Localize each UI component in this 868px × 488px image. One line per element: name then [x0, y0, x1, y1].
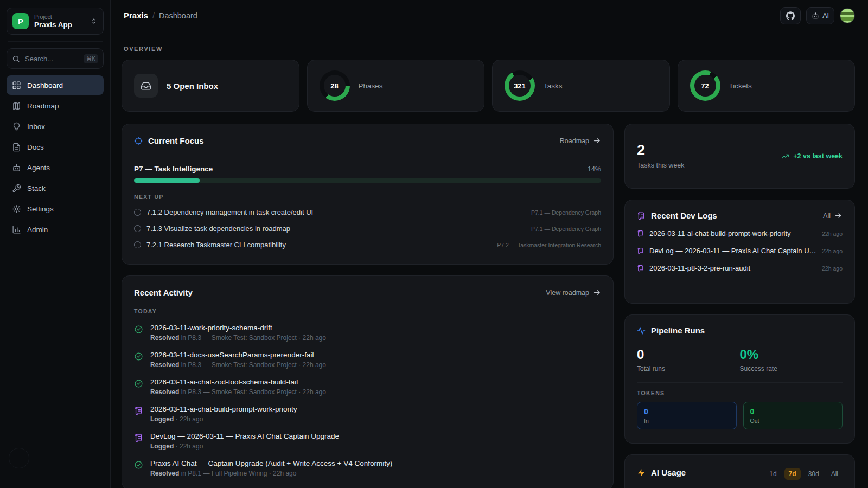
sidebar-item-dashboard[interactable]: Dashboard — [7, 75, 104, 95]
roadmap-link-label: Roadmap — [560, 137, 589, 145]
pipeline-success-label: Success rate — [740, 365, 843, 373]
sidebar-item-label: Admin — [27, 226, 48, 234]
focus-phase-percent: 14% — [588, 165, 601, 173]
activity-item[interactable]: 2026-03-11-ai-chat-build-prompt-work-pri… — [134, 405, 601, 423]
activity-item[interactable]: 2026-03-11-docs-useSearchParams-prerende… — [134, 351, 601, 369]
search-placeholder: Search... — [25, 55, 79, 63]
phases-stat-card[interactable]: 28 Phases — [307, 60, 485, 112]
check-circle-icon — [134, 379, 143, 396]
range-chip-1d[interactable]: 1d — [765, 468, 781, 480]
user-avatar[interactable] — [840, 8, 855, 23]
pipeline-total-label: Total runs — [637, 365, 740, 373]
next-up-tag: P7.1 — Dependency Graph — [531, 226, 601, 232]
tasks-stat-card[interactable]: 321 Tasks — [492, 60, 670, 112]
range-chip-all[interactable]: All — [827, 468, 843, 480]
activity-meta: in P8.3 — Smoke Test: Sandbox Project · … — [179, 388, 326, 396]
range-chip-30d[interactable]: 30d — [804, 468, 824, 480]
activity-pulse-icon — [637, 326, 646, 335]
range-chip-7d[interactable]: 7d — [784, 468, 801, 480]
project-name: Praxis App — [34, 21, 85, 29]
inbox-stat-title: 5 Open Inbox — [167, 81, 218, 91]
tickets-count: 72 — [694, 75, 716, 97]
next-up-tag: P7.1 — Dependency Graph — [531, 209, 601, 216]
sidebar: P Project Praxis App Search... ⌘K Dashbo… — [0, 0, 111, 488]
tickets-stat-card[interactable]: 72 Tickets — [678, 60, 856, 112]
lightning-icon — [637, 468, 646, 477]
sidebar-item-agents[interactable]: Agents — [7, 158, 104, 177]
tasks-week-card: 2 Tasks this week +2 vs last week — [624, 124, 855, 189]
tasks-label: Tasks — [544, 82, 563, 90]
sidebar-item-label: Agents — [27, 164, 50, 172]
focus-progress-fill — [134, 178, 200, 183]
sidebar-item-stack[interactable]: Stack — [7, 178, 104, 198]
roadmap-link[interactable]: Roadmap — [560, 137, 601, 145]
activity-item[interactable]: 2026-03-11-ai-chat-zod-tool-schema-build… — [134, 378, 601, 396]
sidebar-item-settings[interactable]: Settings — [7, 199, 104, 219]
next-up-title: 7.1.2 Dependency management in task crea… — [146, 208, 526, 216]
activity-item[interactable]: DevLog — 2026-03-11 — Praxis AI Chat Cap… — [134, 432, 601, 450]
focus-progress-bar — [134, 178, 601, 183]
github-button[interactable] — [780, 7, 801, 24]
focus-phase-name: P7 — Task Intelligence — [134, 165, 213, 173]
activity-status: Logged — [150, 415, 174, 423]
tokens-in-label: In — [644, 418, 730, 424]
scroll-icon — [637, 247, 644, 254]
sidebar-item-inbox[interactable]: Inbox — [7, 117, 104, 136]
activity-meta: in P8.1 — Full Pipeline Wiring · 22h ago — [179, 470, 296, 477]
main-area: Praxis / Dashboard AI OVERVIEW — [111, 0, 868, 488]
next-up-label: NEXT UP — [134, 194, 601, 200]
arrow-right-icon — [593, 137, 601, 145]
next-up-item[interactable]: 7.1.3 Visualize task dependencies in roa… — [134, 224, 601, 233]
ai-button-label: AI — [822, 12, 829, 20]
project-selector[interactable]: P Project Praxis App — [7, 8, 104, 35]
dev-log-title: 2026-03-11-p8-3-2-pre-run-audit — [649, 264, 816, 272]
next-up-title: 7.2.1 Research Taskmaster CLI compatibil… — [146, 241, 492, 249]
sidebar-item-roadmap[interactable]: Roadmap — [7, 96, 104, 115]
ai-button[interactable]: AI — [806, 7, 834, 24]
dev-log-title: 2026-03-11-ai-chat-build-prompt-work-pri… — [649, 229, 816, 237]
check-circle-icon — [134, 352, 143, 369]
sidebar-item-docs[interactable]: Docs — [7, 137, 104, 157]
trending-up-icon — [781, 152, 789, 160]
pipeline-total-value: 0 — [637, 348, 740, 361]
tokens-out-value: 0 — [750, 407, 836, 416]
dev-log-item[interactable]: 2026-03-11-ai-chat-build-prompt-work-pri… — [637, 229, 843, 237]
wrench-icon — [12, 184, 21, 193]
activity-status: Resolved — [150, 361, 179, 369]
view-roadmap-link[interactable]: View roadmap — [546, 288, 601, 297]
target-icon — [134, 137, 143, 145]
breadcrumb-project[interactable]: Praxis — [124, 11, 148, 20]
pipeline-success-value: 0% — [740, 348, 843, 361]
dev-log-item[interactable]: 2026-03-11-p8-3-2-pre-run-audit 22h ago — [637, 264, 843, 272]
activity-title: Praxis AI Chat — Captain Upgrade (Audit … — [150, 459, 392, 467]
search-input[interactable]: Search... ⌘K — [7, 48, 104, 69]
tokens-out-box: 0 Out — [743, 402, 843, 429]
activity-title: 2026-03-11-ai-chat-zod-tool-schema-build… — [150, 378, 326, 386]
inbox-stat-card[interactable]: 5 Open Inbox — [122, 60, 299, 112]
next-up-item[interactable]: 7.1.2 Dependency management in task crea… — [134, 208, 601, 216]
inbox-tray-icon — [134, 74, 158, 98]
activity-status: Logged — [150, 442, 174, 450]
content: OVERVIEW 5 Open Inbox 28 Phases 321 Task… — [111, 31, 868, 488]
tasks-count: 321 — [509, 75, 531, 97]
next-up-title: 7.1.3 Visualize task dependencies in roa… — [146, 224, 526, 233]
dev-log-item[interactable]: DevLog — 2026-03-11 — Praxis AI Chat Cap… — [637, 247, 843, 255]
github-icon — [786, 11, 795, 20]
activity-status: Resolved — [150, 388, 179, 396]
tasks-week-value: 2 — [637, 143, 685, 158]
view-roadmap-label: View roadmap — [546, 289, 589, 297]
activity-status: Resolved — [150, 470, 179, 477]
scroll-icon — [637, 211, 646, 220]
scroll-icon — [134, 433, 143, 450]
current-focus-title: Current Focus — [148, 136, 204, 145]
next-up-tag: P7.2 — Taskmaster Integration Research — [497, 242, 601, 248]
dev-logs-all-label: All — [823, 212, 831, 220]
sidebar-item-label: Stack — [27, 184, 46, 192]
dev-logs-all-link[interactable]: All — [823, 211, 843, 220]
activity-item[interactable]: 2026-03-11-work-priority-schema-drift Re… — [134, 324, 601, 342]
search-icon — [12, 55, 20, 63]
activity-status: Resolved — [150, 334, 179, 342]
sidebar-item-admin[interactable]: Admin — [7, 220, 104, 239]
next-up-item[interactable]: 7.2.1 Research Taskmaster CLI compatibil… — [134, 241, 601, 249]
activity-item[interactable]: Praxis AI Chat — Captain Upgrade (Audit … — [134, 459, 601, 477]
